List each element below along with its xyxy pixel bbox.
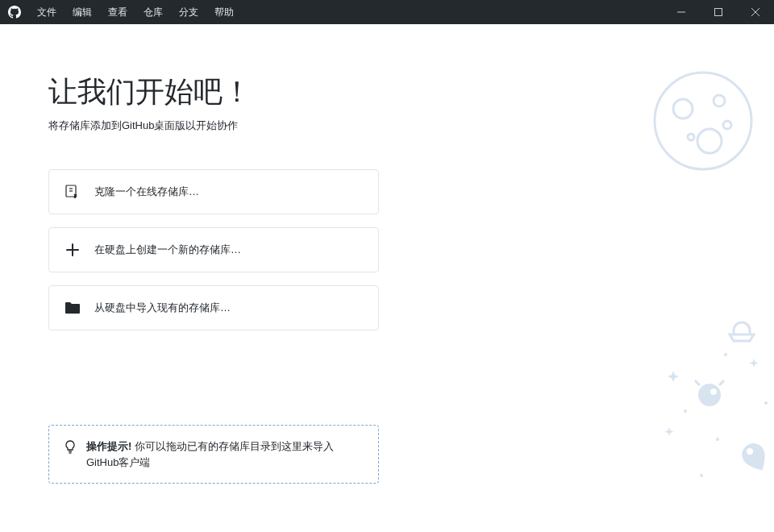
- svg-point-14: [747, 448, 753, 455]
- plus-icon: [64, 241, 81, 259]
- svg-point-13: [710, 389, 717, 395]
- svg-point-18: [764, 401, 768, 405]
- add-repo-label: 从硬盘中导入现有的存储库…: [94, 301, 231, 315]
- window-controls: [663, 0, 774, 24]
- create-repo-button[interactable]: 在硬盘上创建一个新的存储库…: [48, 227, 379, 272]
- svg-point-12: [698, 384, 721, 406]
- menu-branch[interactable]: 分支: [171, 0, 206, 24]
- svg-point-19: [700, 474, 703, 477]
- maximize-button[interactable]: [700, 0, 737, 24]
- minimize-button[interactable]: [663, 0, 700, 24]
- menu-help[interactable]: 帮助: [206, 0, 242, 24]
- welcome-subtitle: 将存储库添加到GitHub桌面版以开始协作: [48, 118, 774, 133]
- add-repo-button[interactable]: 从硬盘中导入现有的存储库…: [48, 285, 379, 330]
- clone-repo-button[interactable]: 克隆一个在线存储库…: [48, 169, 379, 214]
- svg-point-17: [716, 438, 719, 441]
- repo-options: 克隆一个在线存储库… 在硬盘上创建一个新的存储库… 从硬盘中导入现有的存储库…: [48, 169, 379, 330]
- titlebar: 文件 编辑 查看 仓库 分支 帮助: [0, 0, 774, 24]
- svg-rect-0: [715, 9, 722, 16]
- lightbulb-icon: [64, 440, 77, 459]
- menu-edit[interactable]: 编辑: [64, 0, 100, 24]
- clone-repo-label: 克隆一个在线存储库…: [94, 185, 199, 199]
- svg-point-16: [684, 409, 687, 413]
- github-logo: [0, 6, 29, 19]
- menu-view[interactable]: 查看: [100, 0, 135, 24]
- clone-icon: [64, 183, 81, 201]
- protip-box: 操作提示! 你可以拖动已有的存储库目录到这里来导入GitHub客户端: [48, 425, 379, 484]
- welcome-content: 让我们开始吧！ 将存储库添加到GitHub桌面版以开始协作 克隆一个在线存储库……: [0, 24, 774, 532]
- protip-bold: 操作提示!: [86, 440, 131, 452]
- space-decoration: [629, 306, 774, 516]
- close-button[interactable]: [737, 0, 774, 24]
- svg-point-15: [724, 353, 727, 356]
- folder-icon: [64, 299, 81, 317]
- menu-bar: 文件 编辑 查看 仓库 分支 帮助: [29, 0, 242, 24]
- menu-file[interactable]: 文件: [29, 0, 64, 24]
- create-repo-label: 在硬盘上创建一个新的存储库…: [94, 243, 241, 257]
- svg-point-11: [688, 134, 694, 140]
- menu-repository[interactable]: 仓库: [135, 0, 171, 24]
- welcome-title: 让我们开始吧！: [48, 73, 774, 112]
- protip-text: 操作提示! 你可以拖动已有的存储库目录到这里来导入GitHub客户端: [86, 438, 364, 470]
